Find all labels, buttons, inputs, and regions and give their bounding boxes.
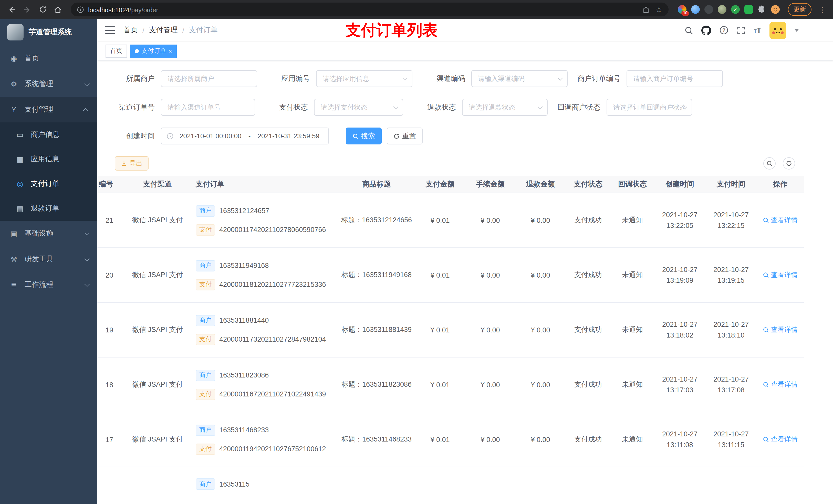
merchant-input[interactable] — [161, 70, 257, 87]
extension-dark-icon[interactable] — [705, 5, 713, 14]
cell-refund — [515, 467, 566, 504]
cell-channel — [125, 467, 190, 504]
forward-icon[interactable] — [21, 3, 34, 16]
sidebar-item-label: 商户信息 — [31, 130, 60, 139]
search-button-label: 搜索 — [361, 131, 375, 141]
fullscreen-icon[interactable] — [737, 26, 746, 34]
sidebar-item-home[interactable]: ◉ 首页 — [0, 46, 97, 71]
cell-amount: ¥ 0.01 — [415, 412, 465, 466]
app-no-select[interactable] — [316, 70, 412, 87]
close-icon[interactable]: × — [169, 48, 172, 54]
sidebar-item-merchant-info[interactable]: ▭ 商户信息 — [0, 122, 97, 147]
app-logo — [7, 24, 24, 41]
view-detail-link[interactable]: 查看详情 — [763, 270, 798, 280]
help-icon[interactable]: ? — [719, 26, 729, 35]
create-time-range-picker[interactable]: 2021-10-01 00:00:00 - 2021-10-31 23:59:5… — [161, 127, 329, 144]
reset-button[interactable]: 重置 — [387, 127, 423, 144]
date-start[interactable]: 2021-10-01 00:00:00 — [176, 132, 245, 140]
breadcrumb-section[interactable]: 支付管理 — [149, 26, 178, 35]
search-icon — [766, 160, 772, 166]
sidebar-item-app-info[interactable]: ▦ 应用信息 — [0, 147, 97, 172]
sidebar-item-pay-order[interactable]: ◎ 支付订单 — [0, 172, 97, 196]
share-icon[interactable] — [642, 6, 649, 13]
export-button[interactable]: 导出 — [115, 156, 148, 171]
merchant-order-no-input[interactable] — [626, 70, 723, 87]
tab-home[interactable]: 首页 — [105, 44, 127, 57]
extension-badge: 10 — [681, 11, 689, 16]
view-detail-link[interactable]: 查看详情 — [763, 380, 798, 389]
extension-palette-icon[interactable]: 10 — [678, 5, 687, 14]
sidebar-item-refund-order[interactable]: ▤ 退款订单 — [0, 196, 97, 221]
view-detail-link[interactable]: 查看详情 — [763, 435, 798, 444]
extension-check-icon[interactable]: ✓ — [731, 5, 740, 14]
site-info-icon[interactable] — [77, 6, 84, 13]
cell-status: 支付成功 — [566, 248, 611, 302]
svg-text:?: ? — [722, 27, 726, 33]
search-icon[interactable] — [685, 26, 693, 34]
cell-paid: 2021-10-2713:18:10 — [706, 303, 757, 357]
search-icon — [763, 382, 769, 388]
cell-amount — [415, 467, 465, 504]
cell-title — [338, 467, 415, 504]
cell-channel: 微信 JSAPI 支付 — [125, 248, 190, 302]
cell-amount: ¥ 0.01 — [415, 358, 465, 412]
breadcrumb-home[interactable]: 首页 — [123, 26, 138, 35]
toggle-search-button[interactable] — [763, 157, 776, 170]
user-avatar[interactable] — [769, 22, 786, 39]
sidebar-item-system[interactable]: ⚙ 系统管理 — [0, 71, 97, 97]
view-detail-link[interactable]: 查看详情 — [763, 216, 798, 225]
sidebar-item-label: 研发工具 — [25, 255, 53, 264]
reload-icon[interactable] — [36, 3, 49, 16]
channel-code-label: 渠道编码 — [420, 74, 471, 83]
view-detail-link[interactable]: 查看详情 — [763, 325, 798, 334]
refresh-table-button[interactable] — [783, 157, 795, 170]
extension-olive-icon[interactable] — [718, 5, 727, 14]
merchant-tag: 商户 — [196, 315, 215, 326]
profile-avatar-icon[interactable] — [771, 5, 780, 14]
header-refund: 退款金额 — [515, 179, 566, 189]
table-header-row: 编号 支付渠道 支付订单 商品标题 支付金额 手续金额 退款金额 支付状态 回调… — [97, 176, 804, 193]
extension-drop-icon[interactable] — [691, 5, 700, 14]
breadcrumb-current: 支付订单 — [189, 26, 218, 35]
github-icon[interactable] — [701, 25, 711, 35]
tab-pay-order[interactable]: 支付订单 × — [130, 44, 177, 57]
extensions-puzzle-icon[interactable] — [758, 5, 766, 14]
header-fee: 手续金额 — [465, 179, 515, 189]
channel-code-select[interactable] — [471, 70, 568, 87]
sidebar-item-payment[interactable]: ¥ 支付管理 — [0, 97, 97, 122]
refund-status-select[interactable] — [462, 99, 548, 116]
pay-status-select[interactable] — [314, 99, 403, 116]
browser-menu-icon[interactable]: ⋮ — [817, 5, 828, 14]
callback-status-select[interactable] — [606, 99, 692, 116]
merchant-tag: 商户 — [196, 424, 215, 436]
date-separator: - — [247, 132, 252, 140]
font-size-icon[interactable]: TT — [754, 26, 761, 35]
table-row: 18 微信 JSAPI 支付 商户1635311823086 支付4200001… — [97, 358, 804, 412]
home-icon[interactable] — [51, 3, 65, 16]
table-toolbar: 导出 — [97, 156, 833, 171]
sidebar-toggle-icon[interactable] — [105, 26, 115, 34]
app-logo-row[interactable]: 芋道管理系统 — [0, 19, 97, 46]
channel-order-no-input[interactable] — [161, 99, 255, 116]
address-bar[interactable]: localhost:1024/pay/order ☆ — [71, 3, 669, 16]
page-content: 所属商户 应用编号 渠道编码 商户订单编号 — [97, 61, 833, 504]
sidebar-item-workflow[interactable]: ≣ 工作流程 — [0, 272, 97, 297]
extension-green-icon[interactable] — [744, 5, 753, 14]
search-icon — [763, 436, 769, 442]
chevron-down-icon — [85, 230, 90, 235]
header-notify: 回调状态 — [611, 179, 654, 189]
date-end[interactable]: 2021-10-31 23:59:59 — [254, 132, 323, 140]
bookmark-star-icon[interactable]: ☆ — [656, 5, 662, 14]
sidebar-item-infrastructure[interactable]: ▣ 基础设施 — [0, 221, 97, 246]
orders-table-wrap: 编号 支付渠道 支付订单 商品标题 支付金额 手续金额 退款金额 支付状态 回调… — [97, 176, 804, 504]
back-icon[interactable] — [5, 3, 19, 16]
tags-view-bar: 首页 支付订单 × — [97, 42, 833, 61]
search-button[interactable]: 搜索 — [346, 127, 382, 144]
cell-channel: 微信 JSAPI 支付 — [125, 358, 190, 412]
browser-update-button[interactable]: 更新 — [788, 3, 811, 16]
caret-down-icon[interactable] — [794, 29, 799, 31]
chevron-up-icon — [83, 108, 88, 113]
topbar: 首页 / 支付管理 / 支付订单 支付订单列表 ? — [97, 19, 833, 42]
breadcrumb-separator: / — [182, 26, 185, 34]
sidebar-item-dev-tools[interactable]: ⚒ 研发工具 — [0, 246, 97, 272]
